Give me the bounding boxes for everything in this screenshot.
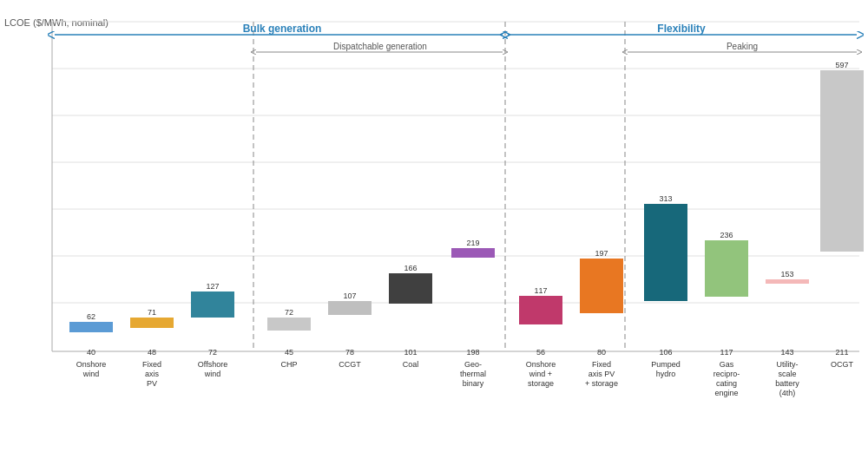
bar-label-onshore-wind: Onshore [76,360,107,369]
bar-label-fixed-storage2: axis PV [589,370,615,378]
bar-low-fixed-pv: 48 [148,348,156,357]
flexibility-label: Flexibility [657,23,706,35]
bar-low-pumped: 106 [659,348,672,357]
peaking-label: Peaking [727,42,758,51]
bar-high-pumped: 313 [659,194,672,203]
bar-offshore-wind [191,292,234,318]
bar-label-pumped2: hydro [656,370,676,378]
bar-label-utility: Utility- [777,360,799,369]
bar-low-chp: 45 [285,348,293,357]
bar-label-utility4: (4th) [779,389,796,397]
bar-high-fixed-pv: 71 [148,308,156,317]
bar-label-coal: Coal [403,360,419,369]
bar-label-onshore-storage3: storage [528,379,554,388]
bar-label-fixed-pv2: axis [145,370,160,378]
bar-label-chp: CHP [280,360,297,369]
bar-label-offshore-wind2: wind [204,370,221,378]
bar-high-fixed-storage: 197 [595,249,608,258]
bulk-gen-label: Bulk generation [243,23,322,35]
bar-gas-recip [705,240,748,297]
bar-onshore-storage [519,296,562,324]
bar-label-fixed-pv3: PV [147,379,157,388]
bar-high-ccgt: 107 [343,292,356,300]
bar-label-gas: Gas [720,360,734,369]
bar-high-ocgt: 597 [835,61,848,69]
bar-low-coal: 101 [404,348,417,357]
bar-label-geo: Geo- [464,360,482,369]
bar-high-onshore-storage: 117 [534,286,547,295]
bar-label-onshore-storage: Onshore [526,360,556,369]
bar-label-ocgt: OCGT [831,360,854,369]
bar-label-onshore-wind2: wind [82,370,100,378]
bar-label-utility2: scale [778,370,796,378]
bar-high-utility: 153 [780,270,793,278]
bar-fixed-storage [580,259,623,313]
bar-low-onshore-wind: 40 [87,348,95,357]
bar-utility-battery [766,279,809,284]
bar-label-offshore-wind: Offshore [198,360,227,369]
bar-label-fixed-pv: Fixed [142,360,161,369]
bar-label-fixed-storage3: + storage [585,379,618,388]
bar-label-fixed-storage: Fixed [592,360,611,369]
bar-high-coal: 166 [404,264,417,272]
bar-onshore-wind [69,322,113,332]
chart-container: LCOE ($/MWh, nominal) 700 600 500 400 30… [0,0,868,452]
bar-low-ocgt: 211 [835,348,848,357]
chart-svg: 700 600 500 400 300 200 100 0 [48,13,864,438]
bar-label-geo3: binary [463,379,484,388]
bar-pumped-hydro [644,204,687,301]
bar-label-gas2: recipro- [713,370,740,378]
bar-label-gas4: engine [714,389,738,397]
bar-high-geo: 219 [466,239,479,247]
bar-coal [389,273,432,304]
bar-label-utility3: battery [775,379,799,388]
bar-low-offshore-wind: 72 [208,348,217,357]
bar-low-ccgt: 78 [345,348,354,357]
bar-high-gas: 236 [720,231,733,239]
bar-ccgt [328,301,372,315]
bar-label-onshore-storage2: wind + [529,370,552,378]
bar-geothermal [451,248,495,258]
bar-label-gas3: cating [716,379,737,388]
bar-low-gas: 117 [720,348,733,357]
bar-low-geo: 198 [466,348,479,357]
bar-label-geo2: thermal [460,370,486,378]
bar-label-ccgt: CCGT [339,360,361,369]
bar-low-utility: 143 [780,348,793,357]
bar-low-onshore-storage: 56 [536,348,545,357]
bar-fixed-pv [130,318,174,328]
bar-label-pumped: Pumped [651,360,681,369]
bar-high-chp: 72 [285,308,293,317]
bar-chp [267,318,311,331]
bar-ocgt [820,70,864,252]
bar-high-onshore-wind: 62 [87,312,95,321]
bar-high-offshore-wind: 127 [206,282,219,291]
bar-low-fixed-storage: 80 [597,348,606,357]
dispatch-label: Dispatchable generation [333,42,427,51]
